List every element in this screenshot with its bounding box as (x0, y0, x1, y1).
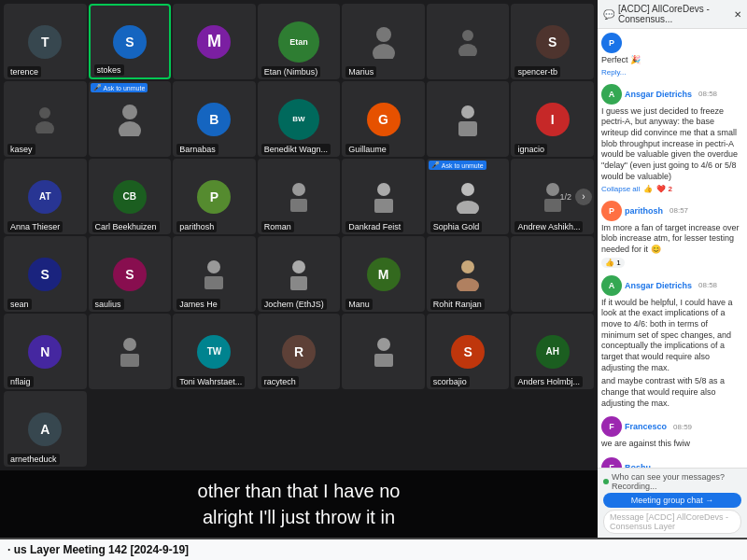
tile-racytech: R racytech (258, 314, 341, 389)
person-silhouette (455, 180, 481, 214)
ask-to-unmute-badge-2[interactable]: 🎤 Ask to unmute (429, 161, 486, 170)
chat-time: 08:59 (673, 423, 692, 431)
tile-label: Manu (345, 299, 373, 310)
tile-label: Roman (261, 221, 294, 232)
tile-empty-r4 (511, 236, 594, 312)
sidebar-title: [ACDC] AllCoreDevs - Consensus... (618, 4, 730, 24)
chat-message-parithosh: P parithosh 08:57 Im more a fan of targe… (601, 201, 743, 268)
sidebar-footer: Who can see your messages? Recording... … (598, 468, 747, 538)
message-placeholder: Message [ACDC] AllCoreDevs - Consensus L… (610, 512, 735, 531)
sidebar-header: 💬 [ACDC] AllCoreDevs - Consensus... ✕ (598, 0, 747, 29)
person-silhouette (371, 180, 397, 214)
avatar: A (601, 84, 622, 105)
bottom-bar: · us Layer Meeting 142 [2024-9-19] (0, 538, 747, 560)
title-prefix: · (7, 543, 10, 556)
avatar: S (451, 335, 485, 369)
avatar: I (536, 103, 570, 136)
tile-racytech-photo (342, 314, 425, 389)
tile-jochem: Jochem (EthJS) (258, 236, 341, 312)
tile-label: spencer-tb (514, 66, 560, 77)
chat-text: Im more a fan of target increase over bl… (601, 223, 743, 256)
svg-point-8 (461, 105, 474, 119)
chat-text: I guess we just decided to freeze pectri… (601, 106, 743, 183)
person-silhouette (201, 258, 227, 291)
avatar: P (601, 201, 622, 221)
tile-label: Sophia Gold (430, 221, 483, 232)
tile-label: Carl Beekhuizen (92, 221, 160, 232)
svg-rect-11 (290, 199, 307, 212)
green-dot (603, 479, 609, 484)
tile-label: Jochem (EthJS) (261, 299, 327, 310)
tile-ignacio: I ignacio (511, 81, 594, 157)
svg-point-6 (122, 105, 137, 119)
like-icon[interactable]: 👍 (643, 185, 653, 193)
chat-time: 08:58 (698, 90, 717, 98)
tile-label: arnetheduck (7, 454, 60, 465)
privacy-row: Who can see your messages? Recording... (603, 472, 741, 491)
reply-button[interactable]: Reply... (601, 68, 743, 77)
tile-spencer: S spencer-tb (511, 4, 594, 79)
avatar: R (282, 335, 316, 369)
tile-label: Dankrad Feist (345, 221, 403, 232)
ask-to-unmute-badge[interactable]: 🎤 Ask to unmute (91, 83, 148, 92)
avatar: A (28, 413, 62, 446)
page-indicator: 1/2 (559, 192, 571, 202)
tile-nflaig: N nflaig (4, 314, 87, 389)
svg-point-0 (376, 27, 391, 42)
person-silhouette (371, 335, 397, 369)
person-silhouette (286, 258, 312, 291)
tile-kasey: kasey (4, 81, 87, 157)
chat-text: Perfect 🎉 (601, 55, 743, 66)
chat-sender: Ansgar Dietrichs (625, 90, 692, 99)
chat-text: If it would be helpful, I could have a l… (601, 298, 743, 374)
avatar: M (197, 25, 231, 59)
tile-andrew: Andrew Ashikh... 1/2 › (511, 159, 594, 234)
avatar: S (536, 25, 570, 59)
tile-toni: TW Toni Wahrstaet... (173, 314, 256, 389)
avatar: S (113, 258, 147, 291)
tile-label: Marius (345, 66, 376, 77)
nav-arrow[interactable]: › (575, 189, 592, 205)
avatar: P (601, 33, 622, 53)
svg-rect-13 (374, 199, 393, 213)
tile-manu: M Manu (342, 236, 425, 312)
tile-scorbajio: S scorbajio (427, 314, 510, 389)
chat-sender: parithosh (625, 206, 663, 216)
tile-label: ignacio (514, 144, 547, 155)
tile-terence: T terence (4, 4, 87, 79)
person-silhouette (34, 105, 56, 133)
avatar: S (113, 25, 147, 59)
meeting-group-chat-button[interactable]: Meeting group chat → (603, 493, 741, 508)
reaction-thumbs: 👍 1 (601, 258, 625, 268)
chat-sender: Francesco (625, 422, 667, 431)
person-silhouette (117, 335, 143, 369)
message-input-row[interactable]: Message [ACDC] AllCoreDevs - Consensus L… (603, 510, 741, 534)
tile-saulius: S saulius (89, 236, 172, 312)
svg-point-4 (39, 107, 50, 119)
chat-message-francesca1: F Francesco 08:59 we are against this fw… (601, 416, 743, 450)
avatar: TW (197, 335, 231, 369)
tile-person6 (427, 4, 510, 79)
video-grid-container: T terence S stokes M Etan Etan (Nimbus) … (0, 0, 598, 538)
tile-marius: Marius (342, 4, 425, 79)
tile-label: Andrew Ashikh... (514, 221, 583, 232)
bottom-title: · us Layer Meeting 142 [2024-9-19] (7, 543, 189, 556)
tile-james: James He (173, 236, 256, 312)
person-silhouette (117, 103, 143, 136)
chat-message-1: P Perfect 🎉 Reply... (601, 33, 743, 77)
heart-icon[interactable]: ❤️ 2 (656, 185, 672, 193)
close-icon[interactable]: ✕ (734, 9, 741, 20)
tile-nflaig-photo (89, 314, 172, 389)
avatar: A (601, 275, 622, 296)
tile-label: terence (7, 66, 41, 77)
svg-point-16 (546, 183, 559, 196)
tile-dankrad: Dankrad Feist (342, 159, 425, 234)
privacy-text: Who can see your messages? Recording... (612, 472, 741, 491)
collapse-all-btn[interactable]: Collapse all (601, 185, 640, 193)
tile-label: racytech (261, 376, 299, 387)
svg-point-2 (462, 30, 473, 41)
avatar: AH (536, 335, 570, 369)
caption-area: other than that I have no alright I'll j… (0, 470, 598, 538)
avatar: F (601, 457, 622, 468)
svg-point-7 (119, 121, 141, 136)
